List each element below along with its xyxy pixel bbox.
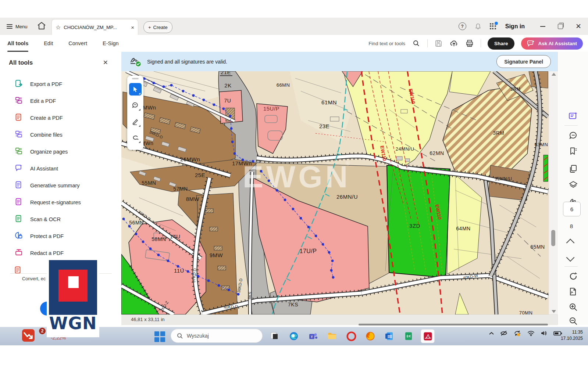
tool-item-protect-a-pdf[interactable]: Protect a PDF <box>0 228 121 245</box>
help-icon[interactable]: ? <box>459 22 466 30</box>
search-icon[interactable] <box>412 39 421 48</box>
signature-panel-button[interactable]: Signature Panel <box>496 55 551 68</box>
teams-icon[interactable]: T <box>306 329 320 343</box>
tab-close-icon[interactable]: × <box>131 24 134 30</box>
tool-item-export-a-pdf[interactable]: Export a PDF <box>0 76 121 93</box>
firefox-browser-icon[interactable] <box>363 329 377 343</box>
sign-in-button[interactable]: Sign in <box>505 23 525 30</box>
vertical-scrollbar[interactable] <box>549 71 558 314</box>
right-tools-rail: 6 8 <box>557 52 588 325</box>
map-zone-label: 2RM <box>511 87 521 92</box>
rotate-page-icon[interactable] <box>568 271 579 282</box>
tab-all-tools[interactable]: All tools <box>7 35 28 52</box>
current-page-input[interactable]: 6 <box>563 202 581 216</box>
tray-chevron-icon[interactable] <box>489 331 494 337</box>
pencil-icon <box>132 118 139 125</box>
map-zone-label: 64MN <box>456 226 470 231</box>
tool-item-create-a-pdf[interactable]: Create a PDF <box>0 109 121 126</box>
annotation-point <box>322 243 324 246</box>
edge-browser-icon[interactable] <box>287 329 301 343</box>
tool-item-combine-files[interactable]: Combine files <box>0 126 121 143</box>
tool-icon <box>15 215 23 224</box>
layers-panel-icon[interactable] <box>568 180 579 191</box>
zoom-out-icon[interactable] <box>568 316 579 327</box>
notifications-bell-icon[interactable] <box>474 22 482 31</box>
sheets-icon[interactable] <box>402 329 416 343</box>
previous-page-button[interactable] <box>566 239 575 247</box>
word-document-icon[interactable] <box>382 329 396 343</box>
minimize-icon[interactable] <box>540 26 545 27</box>
sync-icon[interactable] <box>513 330 521 338</box>
privacy-eye-icon[interactable] <box>500 330 507 338</box>
system-tray <box>489 330 562 338</box>
annotation-point <box>153 82 155 84</box>
bookmarks-panel-icon[interactable] <box>568 146 579 157</box>
map-zone-label: 8MW <box>186 196 200 202</box>
home-button[interactable] <box>37 21 47 31</box>
file-explorer-icon[interactable] <box>325 329 339 343</box>
generative-summary-icon[interactable] <box>568 111 579 122</box>
home-icon <box>37 21 46 30</box>
tab-convert[interactable]: Convert <box>68 35 87 52</box>
tool-label: Organize pages <box>30 149 68 155</box>
annotation-point <box>276 189 278 192</box>
taskbar-search-placeholder: Wyszukaj <box>187 333 209 339</box>
restore-icon[interactable] <box>558 24 563 29</box>
tool-item-ai-assistant[interactable]: AI Assistant <box>0 160 121 177</box>
annotation-point <box>122 218 125 220</box>
wifi-icon[interactable] <box>527 331 535 338</box>
tab-edit[interactable]: Edit <box>44 35 53 52</box>
zoom-in-icon[interactable] <box>568 302 579 313</box>
ask-ai-assistant-button[interactable]: Ask AI Assistant <box>521 37 583 50</box>
tool-item-scan-ocr[interactable]: Scan & OCR <box>0 211 121 228</box>
create-tab-button[interactable]: + Create <box>143 21 172 33</box>
share-button[interactable]: Share <box>488 37 515 50</box>
menu-button[interactable]: Menu <box>7 21 28 32</box>
taskbar-search[interactable]: Wyszukaj <box>171 329 263 343</box>
print-icon[interactable] <box>465 39 474 48</box>
tool-item-request-e-signatures[interactable]: Request e-signatures <box>0 194 121 211</box>
annotation-point <box>157 254 160 256</box>
lasso-tool-button[interactable] <box>129 132 142 144</box>
horizontal-scrollbar[interactable] <box>359 324 548 325</box>
draw-tool-button[interactable] <box>129 115 142 128</box>
annotation-point <box>307 226 310 229</box>
tool-item-organize-pages[interactable]: Organize pages <box>0 143 121 160</box>
start-button[interactable] <box>154 331 165 342</box>
palette-drag-handle[interactable] <box>132 78 139 79</box>
select-tool-button[interactable] <box>129 83 142 96</box>
scroll-down-arrow[interactable] <box>552 310 556 313</box>
comment-tool-button[interactable] <box>129 99 142 112</box>
upload-cloud-icon[interactable] <box>450 39 459 48</box>
scroll-thumb[interactable] <box>551 230 555 246</box>
tool-label: Generative summary <box>30 183 80 188</box>
map-zone-label: 2K <box>224 82 231 89</box>
tab-esign[interactable]: E-Sign <box>103 35 119 52</box>
opera-browser-icon[interactable] <box>344 329 358 343</box>
taskbar-clock[interactable]: 11:35 17.10.2025 <box>561 329 583 342</box>
annotation-point <box>284 199 286 201</box>
volume-icon[interactable] <box>541 330 548 338</box>
star-icon[interactable]: ☆ <box>56 24 61 31</box>
tool-label: Edit a PDF <box>30 98 56 104</box>
acrobat-app-icon[interactable] <box>421 329 435 343</box>
find-text-label[interactable]: Find text or tools <box>368 41 405 46</box>
tool-item-partial[interactable] <box>14 266 22 276</box>
pdf-map-canvas[interactable]: EWGN ® 34KD-D33KD-D37KD-D38KD-D8KS40KD-D… <box>121 71 549 314</box>
annotation-point <box>213 104 215 106</box>
window-close-icon[interactable]: ✕ <box>575 23 581 30</box>
wgn-logo: WGN <box>47 258 99 337</box>
apps-grid-icon[interactable] <box>490 23 496 30</box>
panel-close-icon[interactable]: ✕ <box>103 59 108 66</box>
comments-panel-icon[interactable] <box>568 130 579 141</box>
tool-item-generative-summary[interactable]: Generative summary <box>0 177 121 194</box>
scroll-up-arrow[interactable] <box>552 73 556 76</box>
page-thumbnails-icon[interactable] <box>568 163 579 174</box>
map-zone-label: 56MN <box>129 220 143 226</box>
next-page-button[interactable] <box>566 253 575 262</box>
save-icon[interactable] <box>434 39 443 48</box>
fit-page-icon[interactable] <box>568 286 579 297</box>
tool-item-edit-a-pdf[interactable]: Edit a PDF <box>0 93 121 109</box>
task-view-button[interactable] <box>268 329 282 343</box>
document-tab[interactable]: ☆ CHOCIANÓW_ZM_MP... × <box>51 19 138 35</box>
